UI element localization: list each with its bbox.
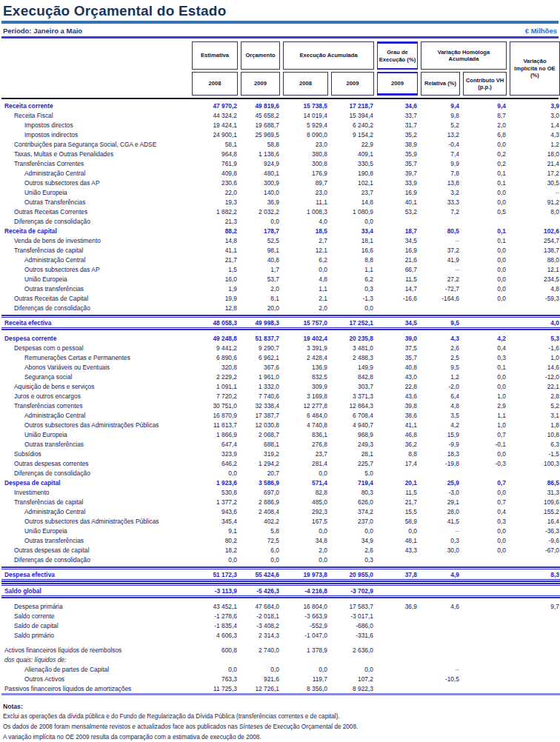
cell-variacao_implicita_oe: 14,6 <box>508 364 560 371</box>
cell-estimativa_2008: -1 835,4 <box>190 622 239 629</box>
row-label: Taxas, Multas e Outras Penalidades <box>1 150 190 158</box>
table-row: Saldo corrente-1 278,6-2 018,1-3 663,9-3… <box>1 611 560 621</box>
table-row: Outras transferências1,92,01,10,314,7-72… <box>1 284 560 293</box>
cell-orcamento_2009: 58,8 <box>239 141 281 148</box>
cell-vh_relativa: ·· <box>419 666 461 673</box>
cell-vh_relativa: 13,8 <box>419 179 461 187</box>
cell-vh_contributo: 0,0 <box>461 247 508 254</box>
cell-vh_relativa: 9,5 <box>419 364 461 371</box>
cell-execucao_2008: 5 929,4 <box>281 121 330 129</box>
cell-vh_contributo: 0,3 <box>461 354 508 361</box>
cell-execucao_2008: 1 008,3 <box>281 208 330 215</box>
cell-vh_contributo: 6,8 <box>461 131 508 138</box>
cell-estimativa_2008: 320,8 <box>190 364 239 371</box>
cell-orcamento_2009: 924,9 <box>239 160 281 167</box>
cell-grau_execucao_2009: 39,8 <box>376 402 419 410</box>
cell-orcamento_2009: 2 032,2 <box>239 208 281 215</box>
notes-title: Notas: <box>3 703 559 710</box>
row-label: Outros Activos <box>1 675 190 683</box>
table-row: Subsídios323,9319,223,728,18,818,30,0-1,… <box>1 449 560 458</box>
cell-execucao_2009: 719,4 <box>330 479 376 487</box>
cell-execucao_2008: 18,5 <box>281 227 330 235</box>
cell-grau_execucao_2009: 11,5 <box>376 275 419 283</box>
cell-estimativa_2008: 58,1 <box>190 141 239 148</box>
row-label: Outros subsectores das AP <box>1 266 190 273</box>
cell-execucao_2008: 11,1 <box>281 198 330 206</box>
cell-estimativa_2008: -1 278,6 <box>190 612 239 620</box>
row-label: Abonos Variáveis ou Eventuais <box>1 364 190 371</box>
cell-estimativa_2008: 409,8 <box>190 170 239 177</box>
row-label: Impostos directos <box>1 121 190 129</box>
cell-vh_relativa: 6,4 <box>419 392 461 400</box>
cell-estimativa_2008: 51 172,3 <box>190 571 239 578</box>
cell-execucao_2009: 28,1 <box>330 450 376 458</box>
row-label: Diferenças de consolidação <box>1 469 190 477</box>
header-vh-contributo: Contributo VH (p.p.) <box>463 72 507 96</box>
cell-execucao_2008: 15 757,0 <box>281 319 330 327</box>
cell-estimativa_2008: 600,8 <box>190 646 239 654</box>
cell-orcamento_2009: 20,7 <box>239 469 281 477</box>
cell-variacao_implicita_oe: 21,4 <box>508 160 560 167</box>
cell-execucao_2009: -686,0 <box>330 622 376 629</box>
cell-orcamento_2009: 367,6 <box>239 364 281 371</box>
header-variacao-homologa: Variação Homóloga Acumulada <box>421 41 507 70</box>
cell-variacao_implicita_oe: 102,6 <box>508 227 560 235</box>
cell-vh_relativa: 5,2 <box>419 121 461 129</box>
cell-estimativa_2008: 48 058,3 <box>190 319 239 327</box>
cell-vh_contributo: 0,0 <box>461 285 508 293</box>
table-row: Outros Activos763,3921,6119,7107,2-10,5 <box>1 674 560 683</box>
cell-orcamento_2009: 52,5 <box>239 237 281 244</box>
table-row: Outras Receitas Correntes1 882,22 032,21… <box>1 207 560 216</box>
cell-estimativa_2008: 1 882,2 <box>190 208 239 215</box>
cell-vh_relativa: -0,4 <box>419 141 461 148</box>
cell-vh_relativa: 30,0 <box>419 547 461 554</box>
cell-execucao_2009: 4 940,7 <box>330 421 376 429</box>
cell-vh_relativa: 41,9 <box>419 256 461 264</box>
table-row: Diferenças de consolidação0,00,00,00,3 <box>1 555 560 564</box>
note-line: A variação implícita no OE 2009 resulta … <box>3 734 559 742</box>
row-label: Investimento <box>1 489 190 496</box>
cell-execucao_2009: 0,0 <box>330 666 376 673</box>
cell-grau_execucao_2009: 11,5 <box>376 489 419 496</box>
row-label: Outros subsectores das Administrações Pú… <box>1 518 190 525</box>
cell-vh_contributo: 0,4 <box>461 344 508 352</box>
cell-orcamento_2009: 36,9 <box>239 198 281 206</box>
cell-execucao_2008: -1 047,0 <box>281 632 330 639</box>
cell-vh_relativa: 29,1 <box>419 498 461 506</box>
cell-orcamento_2009: -2 018,1 <box>239 612 281 620</box>
cell-variacao_implicita_oe: 12,1 <box>508 266 560 273</box>
cell-orcamento_2009: 300,9 <box>239 179 281 187</box>
cell-grau_execucao_2009: 41,1 <box>376 421 419 429</box>
table-row: Administração Central409,8480,1176,9190,… <box>1 168 560 178</box>
cell-execucao_2009: 16,6 <box>330 247 376 254</box>
cell-execucao_2008: 571,4 <box>281 479 330 487</box>
cell-vh_relativa: 3,5 <box>419 412 461 419</box>
row-label: União Europeia <box>1 189 190 196</box>
cell-orcamento_2009: -5 426,3 <box>239 587 281 595</box>
cell-estimativa_2008: -3 113,9 <box>190 587 239 595</box>
table-header: Estimativa Orçamento Execução Acumulada … <box>1 41 559 99</box>
row-label: Outras transferências <box>1 285 190 293</box>
row-label: Segurança social <box>1 373 190 381</box>
cell-grau_execucao_2009: 38,9 <box>376 141 419 148</box>
cell-estimativa_2008: 22,0 <box>190 189 239 196</box>
cell-variacao_implicita_oe: ·· <box>508 189 560 196</box>
cell-variacao_implicita_oe: 22,1 <box>508 383 560 390</box>
table-row: Impostos directos19 424,119 688,75 929,4… <box>1 120 560 130</box>
row-label: Outros subsectores das Administrações Pú… <box>1 421 190 429</box>
row-label: Receita de capital <box>1 227 190 235</box>
row-label: Despesa primária <box>1 603 190 610</box>
table-row: Transferências correntes30 751,032 338,4… <box>1 401 560 410</box>
table-row: Receita efectiva48 058,349 998,315 757,0… <box>1 317 560 328</box>
cell-grau_execucao_2009: 15,5 <box>376 508 419 515</box>
cell-execucao_2009: 17 583,7 <box>330 603 376 610</box>
cell-variacao_implicita_oe: -1,6 <box>508 344 560 352</box>
row-label: Alienação de partes de Capital <box>1 666 190 673</box>
cell-grau_execucao_2009: 0,0 <box>376 527 419 535</box>
cell-vh_relativa: 4,6 <box>419 603 461 610</box>
row-label: Subsídios <box>1 450 190 458</box>
cell-variacao_implicita_oe: 1,2 <box>508 141 560 148</box>
cell-execucao_2008: 119,7 <box>281 675 330 683</box>
table-row: Diferenças de consolidação21,30,04,00,0 <box>1 216 560 226</box>
cell-orcamento_2009: 98,1 <box>239 247 281 254</box>
